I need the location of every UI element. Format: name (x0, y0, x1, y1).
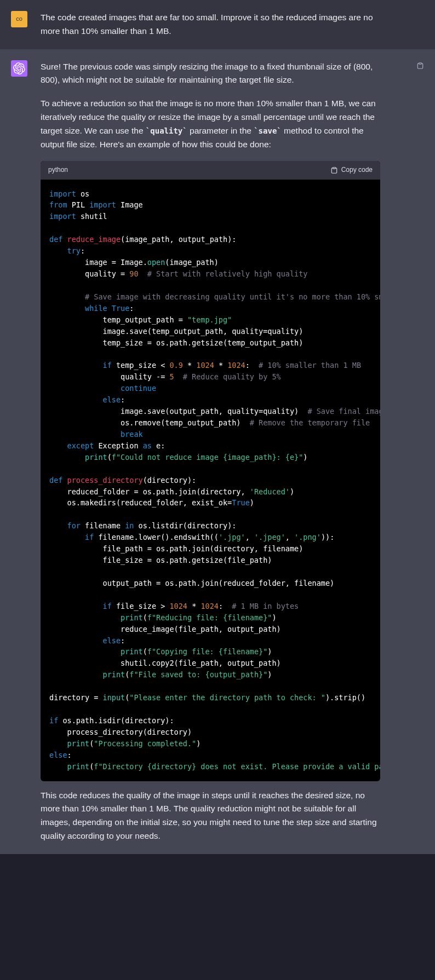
copy-code-button[interactable]: Copy code (330, 165, 373, 175)
openai-logo-icon (13, 62, 25, 74)
assistant-content: Sure! The previous code was simply resiz… (41, 60, 380, 843)
user-text: The code created images that are far too… (41, 11, 380, 38)
user-content: The code created images that are far too… (41, 11, 380, 38)
copy-message-button[interactable] (416, 60, 424, 74)
user-avatar: co (11, 11, 27, 27)
clipboard-icon (330, 166, 338, 174)
assistant-outro: This code reduces the quality of the ima… (41, 789, 380, 843)
code-content[interactable]: import os from PIL import Image import s… (41, 180, 380, 781)
code-language-label: python (48, 165, 68, 175)
user-avatar-text: co (16, 14, 22, 24)
inline-code-quality: `quality` (146, 126, 187, 135)
copy-code-label: Copy code (341, 165, 373, 175)
assistant-intro-2: To achieve a reduction so that the image… (41, 97, 380, 151)
svg-rect-1 (333, 168, 335, 169)
assistant-avatar (11, 60, 27, 77)
code-block: python Copy code import os from PIL impo… (41, 161, 380, 781)
assistant-message: Sure! The previous code was simply resiz… (0, 49, 435, 854)
svg-rect-0 (419, 62, 422, 64)
clipboard-icon (416, 62, 424, 70)
assistant-intro-1: Sure! The previous code was simply resiz… (41, 60, 380, 88)
code-block-header: python Copy code (41, 161, 380, 179)
inline-code-save: `save` (254, 126, 282, 135)
user-message: co The code created images that are far … (0, 0, 435, 49)
